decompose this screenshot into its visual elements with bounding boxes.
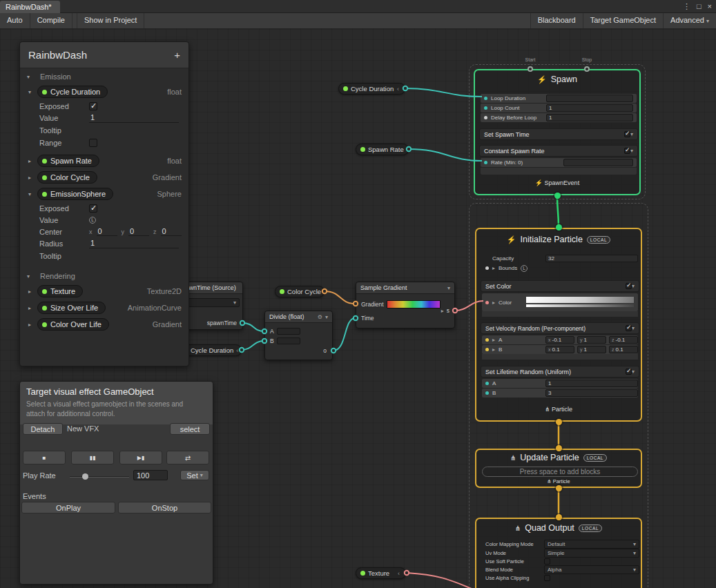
chevron-down-icon[interactable]: ▾ xyxy=(630,131,633,137)
gradient-input-row[interactable]: Gradient xyxy=(361,300,441,308)
quad-output-context-node[interactable]: ⋔ Quad Output LOCAL Color Mapping Mode D… xyxy=(475,518,642,588)
divide-b-row[interactable]: B xyxy=(270,337,300,344)
soft-particle-checkbox[interactable] xyxy=(544,558,550,565)
blackboard-toggle-button[interactable]: Blackboard xyxy=(530,13,583,28)
spawn-stop-anchor[interactable] xyxy=(584,66,590,72)
chevron-down-icon[interactable]: ▾ xyxy=(632,325,635,331)
es-exposed-checkbox[interactable] xyxy=(89,204,97,213)
initialize-context-header[interactable]: ⚡ Initialize Particle LOCAL xyxy=(476,235,641,244)
pause-button[interactable]: ▮▮ xyxy=(71,451,114,464)
target-gameobject-toggle-button[interactable]: Target GameObject xyxy=(583,13,663,28)
play-rate-field[interactable]: 100 xyxy=(133,470,168,480)
gear-icon[interactable]: ⚙ xyxy=(318,314,322,320)
velocity-b-x-field[interactable]: x0.1 xyxy=(545,346,574,353)
compile-button[interactable]: Compile xyxy=(30,13,72,28)
velocity-b-port[interactable] xyxy=(485,348,489,351)
param-color-cycle[interactable]: ▸ Color Cycle Gradient xyxy=(20,169,188,186)
blend-mode-dropdown[interactable]: Alpha▾ xyxy=(544,565,639,574)
delay-field[interactable]: 1 xyxy=(546,114,633,121)
param-texture[interactable]: ▸ Texture Texture2D xyxy=(20,283,188,300)
close-icon[interactable]: × xyxy=(708,0,712,13)
quad-input-anchor[interactable] xyxy=(556,514,562,520)
velocity-a-x-field[interactable]: x-0.1 xyxy=(545,336,574,344)
set-velocity-enabled-checkbox[interactable] xyxy=(626,325,632,331)
rate-row[interactable]: Rate (Min: 0) xyxy=(481,158,637,167)
spawn-context-header[interactable]: ⚡ Spawn xyxy=(475,75,639,84)
es-tooltip-row[interactable]: Tooltip xyxy=(20,250,188,262)
param-cycle-duration[interactable]: ▾ Cycle Duration float xyxy=(20,84,188,100)
set-color-enabled-checkbox[interactable] xyxy=(626,283,632,289)
es-value-row[interactable]: Value L xyxy=(20,214,188,226)
bounds-port[interactable] xyxy=(485,266,489,270)
chevron-right-icon[interactable]: ▸ xyxy=(492,265,495,271)
color-gradient-preview[interactable] xyxy=(526,297,634,303)
play-rate-slider[interactable] xyxy=(70,476,129,478)
divide-a-field[interactable] xyxy=(277,328,300,335)
divide-a-row[interactable]: A xyxy=(270,328,300,335)
chevron-right-icon[interactable]: ▸ xyxy=(28,305,37,311)
cd-exposed-row[interactable]: Exposed xyxy=(20,100,188,112)
cd-tooltip-row[interactable]: Tooltip xyxy=(20,124,188,137)
texture-node[interactable]: Texture ‹ xyxy=(356,567,406,579)
collapse-icon[interactable]: ‹ xyxy=(236,347,238,354)
center-y-field[interactable]: 0 xyxy=(128,227,149,236)
menu-icon[interactable]: ⋮ xyxy=(683,0,690,13)
cd-tooltip-field[interactable] xyxy=(89,126,179,135)
set-button[interactable]: Set ▾ xyxy=(180,470,209,480)
select-button[interactable]: select xyxy=(170,423,210,435)
divide-node[interactable]: Divide (float) ⚙ ▾ A B o xyxy=(264,311,333,360)
value-link-icon[interactable]: L xyxy=(89,217,96,224)
auto-button[interactable]: Auto xyxy=(0,13,30,28)
delay-before-loop-row[interactable]: Delay Before Loop 1 xyxy=(481,113,637,122)
quad-context-header[interactable]: ⋔ Quad Output LOCAL xyxy=(476,523,641,533)
velocity-a-port[interactable] xyxy=(485,338,489,342)
bounds-link-icon[interactable]: L xyxy=(521,265,528,272)
tab-rainbwdash[interactable]: RainbwDash* xyxy=(0,1,60,13)
velocity-a-row[interactable]: ▸ A x-0.1 y1 z-0.1 xyxy=(482,335,638,344)
loop-duration-field[interactable] xyxy=(546,95,633,102)
bounds-row[interactable]: ▸ Bounds L xyxy=(482,264,638,273)
color-alpha-preview[interactable] xyxy=(526,304,634,307)
onstop-button[interactable]: OnStop xyxy=(118,502,211,513)
velocity-b-row[interactable]: ▸ B x0.1 y1 z0.1 xyxy=(482,345,638,354)
color-mapping-row[interactable]: Color Mapping Mode Default▾ xyxy=(482,540,638,548)
add-blocks-placeholder[interactable]: Press space to add blocks xyxy=(482,467,638,477)
loop-count-field[interactable]: 1 xyxy=(546,104,633,112)
chevron-down-icon[interactable]: ▾ xyxy=(28,89,37,95)
velocity-b-y-field[interactable]: y1 xyxy=(577,346,606,353)
update-context-node[interactable]: ⋔ Update Particle LOCAL Press space to a… xyxy=(475,449,642,488)
param-size-over-life[interactable]: ▸ Size Over Life AnimationCurve xyxy=(20,300,188,316)
cd-value-field[interactable]: 1 xyxy=(89,113,179,123)
sample-gradient-header[interactable]: Sample Gradient ▾ xyxy=(356,282,454,294)
set-lifetime-block[interactable]: Set Lifetime Random (Uniform) ▾ xyxy=(481,366,639,378)
restart-button[interactable]: ⇄ xyxy=(166,451,209,464)
cd-exposed-checkbox[interactable] xyxy=(89,102,97,110)
constant-spawn-rate-enabled-checkbox[interactable] xyxy=(624,148,630,154)
loop-count-port[interactable] xyxy=(484,106,487,110)
loop-count-row[interactable]: Loop Count 1 xyxy=(481,104,637,112)
es-radius-field[interactable]: 1 xyxy=(89,239,179,248)
set-velocity-block[interactable]: Set Velocity Random (Per-component) ▾ xyxy=(481,322,639,334)
gradient-preview[interactable] xyxy=(387,300,441,308)
stop-button[interactable]: ■ xyxy=(23,451,66,464)
lifetime-b-row[interactable]: B 3 xyxy=(482,389,638,398)
uv-mode-row[interactable]: Uv Mode Simple▾ xyxy=(482,549,638,557)
chevron-right-icon[interactable]: ▸ xyxy=(492,300,495,306)
alpha-clipping-checkbox[interactable] xyxy=(544,575,550,581)
chevron-down-icon[interactable]: ▾ xyxy=(325,314,328,320)
chevron-down-icon[interactable]: ▾ xyxy=(447,285,450,291)
update-input-anchor[interactable] xyxy=(556,445,562,451)
spawn-context-node[interactable]: ⚡ Spawn Loop Duration Loop Count 1 Delay… xyxy=(474,69,641,195)
velocity-b-z-field[interactable]: z0.1 xyxy=(609,346,638,353)
color-cycle-node[interactable]: Color Cycle ‹ xyxy=(275,286,325,297)
set-lifetime-enabled-checkbox[interactable] xyxy=(626,369,632,375)
rate-port[interactable] xyxy=(484,161,487,164)
collapse-icon[interactable]: ‹ xyxy=(397,86,399,92)
category-emission[interactable]: ▾ Emission xyxy=(20,68,188,84)
cd-value-row[interactable]: Value 1 xyxy=(20,112,188,124)
chevron-down-icon[interactable]: ▾ xyxy=(632,283,635,289)
step-button[interactable]: ▶▮ xyxy=(119,451,162,464)
maximize-icon[interactable]: □ xyxy=(697,0,702,13)
center-z-field[interactable]: 0 xyxy=(161,227,182,236)
set-color-block[interactable]: Set Color ▾ xyxy=(481,280,639,292)
